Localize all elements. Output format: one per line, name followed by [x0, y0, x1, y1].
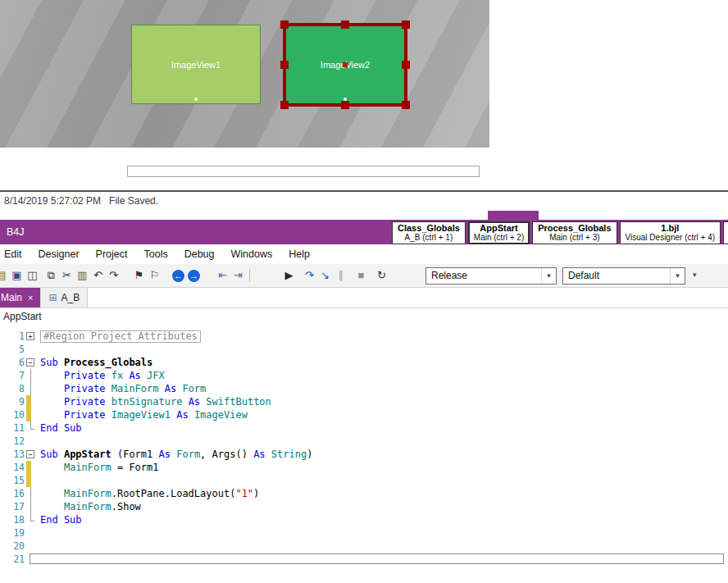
run-icon[interactable]: ▶ — [281, 267, 297, 284]
line-number: 18 — [0, 513, 25, 526]
token-plain — [40, 370, 64, 381]
resize-handle-top-right[interactable] — [402, 20, 410, 29]
code-text[interactable]: #Region Project Attributes — [38, 330, 201, 343]
code-text[interactable]: Private btnSignature As SwiftButton — [38, 395, 271, 408]
resize-handle-bottom-right[interactable] — [402, 101, 410, 109]
dropdown-value: Release — [431, 270, 467, 281]
code-line: 21 — [0, 553, 728, 566]
outdent-icon[interactable]: ⇤ — [215, 267, 230, 284]
token-plain: .Show — [111, 501, 141, 512]
code-text[interactable]: End Sub — [38, 421, 82, 435]
code-text[interactable]: MainForm.RootPane.LoadLayout("1") — [38, 487, 259, 500]
resize-handle-middle-left[interactable] — [280, 61, 289, 69]
find-icon[interactable]: ◫ — [25, 267, 40, 284]
expand-region-button[interactable]: + — [26, 332, 34, 340]
code-text[interactable]: End Sub — [38, 513, 82, 526]
menu-project[interactable]: Project — [88, 248, 136, 260]
close-icon[interactable]: × — [28, 293, 33, 303]
menu-debug[interactable]: Debug — [176, 248, 223, 260]
sub-navigator[interactable]: AppStart — [0, 308, 728, 326]
menu-designer[interactable]: Designer — [30, 248, 88, 260]
line-number: 21 — [0, 553, 25, 566]
bookmark-icon[interactable]: ⚑ — [131, 267, 147, 284]
toolbar-icons: ▤▣◫⧉✂▥↶↷⚑⚐←→⇤⇥▶↷↘∥■↻ — [0, 267, 389, 284]
code-text[interactable]: Private fx As JFX — [38, 369, 165, 382]
step-over-icon[interactable]: ↷ — [302, 267, 317, 284]
navigate-back-icon[interactable]: ← — [172, 270, 184, 282]
inline-edit-box[interactable] — [30, 553, 724, 564]
titlebar-tab-s[interactable]: S — [723, 221, 728, 244]
menu-windows[interactable]: Windows — [223, 248, 281, 260]
titlebar: B4J Class_GlobalsA_B (ctrl + 1)AppStartM… — [0, 220, 728, 244]
visual-designer-canvas[interactable]: ImageView1 ImageView2 — [0, 0, 489, 148]
paste-icon[interactable]: ▥ — [75, 267, 90, 284]
designer-horizontal-scrollbar[interactable] — [127, 166, 480, 177]
token-kw: Sub — [40, 449, 58, 460]
imageview2-selected[interactable]: ImageView2 — [283, 23, 407, 107]
app-title: B4J — [7, 220, 25, 244]
code-text[interactable] — [38, 526, 40, 540]
resize-handle-middle-right[interactable] — [402, 61, 410, 69]
toolbar-overflow-button[interactable]: ▾ — [693, 271, 697, 279]
line-number: 12 — [0, 435, 25, 448]
resize-handle-bottom-left[interactable] — [280, 101, 289, 109]
titlebar-tab-1.bjl[interactable]: 1.bjlVisual Designer (ctrl + 4) — [620, 221, 721, 244]
resize-handle-top-center[interactable] — [341, 20, 349, 29]
bookmark-next-icon[interactable]: ⚐ — [147, 267, 162, 284]
menu-help[interactable]: Help — [280, 248, 318, 260]
pause-icon[interactable]: ∥ — [333, 267, 348, 284]
collapse-region-button[interactable]: − — [26, 450, 34, 458]
current-sub: AppStart — [3, 311, 42, 322]
imageview1[interactable]: ImageView1 — [131, 25, 261, 104]
toolbar-gap — [202, 276, 215, 276]
code-text[interactable]: Private MainForm As Form — [38, 382, 206, 395]
line-number: 16 — [0, 487, 25, 500]
menu-edit[interactable]: Edit — [0, 248, 30, 260]
code-text[interactable] — [38, 435, 40, 448]
copy-icon[interactable]: ⧉ — [43, 267, 59, 284]
editor-tab-strip: Main × ⊞ A_B — [0, 288, 728, 308]
cut-icon[interactable]: ✂ — [59, 267, 75, 284]
code-line: 18End Sub — [0, 513, 728, 526]
collapse-region-button[interactable]: − — [26, 358, 34, 367]
tab-a-b[interactable]: ⊞ A_B — [40, 288, 88, 307]
code-text[interactable]: MainForm.Show — [38, 500, 141, 513]
rebuild-icon[interactable]: ↻ — [374, 267, 389, 284]
save-icon[interactable]: ▣ — [9, 267, 25, 284]
code-text[interactable] — [38, 474, 40, 487]
code-text[interactable] — [38, 343, 40, 356]
token-kw: As — [248, 449, 271, 460]
build-configuration-dropdown[interactable]: Release ▾ — [425, 267, 557, 285]
redo-icon[interactable]: ↷ — [106, 267, 121, 284]
code-editor[interactable]: 1+#Region Project Attributes56−Sub Proce… — [0, 326, 728, 583]
fold-gutter — [25, 435, 38, 448]
token-sub: Process_Globals — [64, 357, 152, 368]
line-number: 10 — [0, 408, 25, 421]
collapsed-region[interactable]: #Region Project Attributes — [40, 330, 201, 343]
titlebar-tab-appstart[interactable]: AppStartMain (ctrl + 2) — [468, 221, 530, 244]
resize-handle-bottom-center[interactable] — [341, 101, 349, 109]
code-text[interactable]: MainForm = Form1 — [38, 461, 159, 474]
tab-main[interactable]: Main × — [0, 288, 40, 307]
navigate-forward-icon[interactable]: → — [188, 270, 200, 282]
step-into-icon[interactable]: ↘ — [317, 267, 333, 284]
indent-icon[interactable]: ⇥ — [230, 267, 246, 284]
line-number: 9 — [0, 395, 25, 408]
stop-icon[interactable]: ■ — [353, 267, 369, 284]
titlebar-tab-process_globals[interactable]: Process_GlobalsMain (ctrl + 3) — [532, 221, 617, 244]
code-text[interactable]: Sub AppStart (Form1 As Form, Args() As S… — [38, 448, 312, 461]
code-text[interactable]: Private ImageView1 As ImageView — [38, 408, 248, 421]
token-kw: End Sub — [40, 514, 82, 526]
code-text[interactable] — [38, 540, 40, 553]
resize-handle-top-left[interactable] — [280, 20, 289, 29]
toolbar-gap — [121, 276, 131, 276]
open-icon[interactable]: ▤ — [0, 267, 9, 284]
token-sub: AppStart — [64, 449, 111, 460]
token-id: btnSignature — [111, 396, 183, 408]
profile-dropdown[interactable]: Default ▾ — [562, 267, 685, 285]
menu-tools[interactable]: Tools — [135, 248, 175, 260]
toolbar-gap — [162, 276, 171, 276]
titlebar-tab-class_globals[interactable]: Class_GlobalsA_B (ctrl + 1) — [392, 221, 466, 244]
undo-icon[interactable]: ↶ — [90, 267, 106, 284]
code-text[interactable]: Sub Process_Globals — [38, 356, 152, 369]
